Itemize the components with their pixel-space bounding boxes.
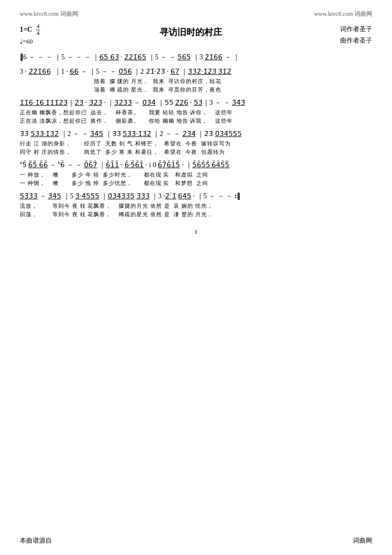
composer: 曲作者圣子 xyxy=(340,35,372,46)
bottom-right: 词曲网 xyxy=(353,536,372,545)
bottom-bar: 本曲谱源自 词曲网 xyxy=(20,536,372,545)
lyrics-3b: 正在淡 淡飘凉，想起你已 换作， 侧影袭。 你给 幽幽 地告 诉我， 这些年 xyxy=(20,117,372,125)
main-title: 寻访旧时的村庄 xyxy=(41,23,340,38)
lyrics-6b: 回荡， 等到今 夜 桂 花飘香， 稀疏的星光 依然 是 凄 楚的 月光， xyxy=(20,210,372,219)
key-time: 1=C 4 4 ♩=60 xyxy=(20,23,41,47)
lyrics-5b: 一 种惆， 噢 多少 憔 悴 多少忧愁， 都在现 实 和梦想 之间 xyxy=(20,179,372,187)
time-sig: 4 4 xyxy=(35,23,41,37)
lyrics-5a: 一 种放， 噢 多少 年 轻 多少时光， 都在现 实 和虚拟 之间 xyxy=(20,171,372,179)
stave-line-4: 3̄3̄ 5̄3̄3̄·1̄3̄2̄ ｜2 － － 3̄4̄5̄ ｜3̄3̄ 5… xyxy=(20,129,372,156)
page-number: 1 xyxy=(20,228,372,236)
lyrics-6a: 流放， 等到今 夜 桂 花飘香， 朦胧的月光 依然 是 哀 婉的 忧伤， xyxy=(20,202,372,210)
top-bar: www.ktvc8.com 词曲网 www.ktvc8.com 词曲网 xyxy=(20,10,372,18)
tempo-row: ♩=60 xyxy=(20,37,41,47)
lyrics-4b: 同守 村 庄的情形， 阅览了 多少 寒 来 和暑往， 希望在 今夜 但愿转为 xyxy=(20,148,372,156)
stave-line-1: ‖6 － － － ｜5 － － － ｜6̄5̄ 6̄3̄ · 2̄2̄1̄6̄5… xyxy=(20,52,372,62)
credits: 词作者圣子 曲作者圣子 xyxy=(340,23,372,46)
notes-1: ‖6 － － － ｜5 － － － ｜6̄5̄ 6̄3̄ · 2̄2̄1̄6̄5… xyxy=(20,52,372,62)
stave-line-3: 1̄1̄6̄·1̄6̄ 1̄1̄1̄2̄3̄｜2̄3̄ · 3̄2̄3̄ · ｜… xyxy=(20,97,372,125)
top-right-url: www.ktvc8.com 词曲网 xyxy=(314,10,372,18)
notes-5: #5̄ 6̄5̄ 6̄6̄ － b6̄ － － 0̄6̄7̄ ｜6̄1̄1̄ ·… xyxy=(20,160,372,170)
page: www.ktvc8.com 词曲网 www.ktvc8.com 词曲网 1=C … xyxy=(0,0,392,555)
stave-line-6: 5̄3̄3̄3̄ － 3̄4̄5̄ ｜5 3̄·4̄5̄5̄5̄ ｜0̄3̄4̄… xyxy=(20,191,372,218)
notes-4: 3̄3̄ 5̄3̄3̄·1̄3̄2̄ ｜2 － － 3̄4̄5̄ ｜3̄3̄ 5… xyxy=(20,129,372,139)
notes-2: 3 · 2̄2̄1̄6̄6̄ ｜1 · 6̄6̄ － ｜5 － － 0̄5̄6̄… xyxy=(20,66,372,77)
lyrics-2b: 顶着 稀 疏的 星光， 我来 寻觅你的芬芳，夜色 xyxy=(20,86,372,94)
top-left-url: www.ktvc8.com 词曲网 xyxy=(20,10,78,18)
lyricist: 词作者圣子 xyxy=(340,23,372,35)
key-row: 1=C 4 4 xyxy=(20,23,41,37)
stave-line-2: 3 · 2̄2̄1̄6̄6̄ ｜1 · 6̄6̄ － ｜5 － － 0̄5̄6̄… xyxy=(20,66,372,93)
lyrics-3a: 正在幽 幽飘香，想起你已 远去， 杯香茶。 我要 轻轻 地告 诉你， 这些年 xyxy=(20,108,372,117)
notes-6: 5̄3̄3̄3̄ － 3̄4̄5̄ ｜5 3̄·4̄5̄5̄5̄ ｜0̄3̄4̄… xyxy=(20,191,372,201)
lyrics-2a: 踏着 朦 胧的 月光， 我来 寻访你的村庄，桂花 xyxy=(20,77,372,86)
lyrics-4a: 行走 江 湖的身影， 经历了 无数 剑 气 和锋芒， 希望在 今夜 辗转叹写为 xyxy=(20,139,372,148)
tempo: ♩=60 xyxy=(20,37,33,47)
title-section: 1=C 4 4 ♩=60 寻访旧时的村庄 词作者圣子 曲作者圣子 xyxy=(20,23,372,47)
notes-3: 1̄1̄6̄·1̄6̄ 1̄1̄1̄2̄3̄｜2̄3̄ · 3̄2̄3̄ · ｜… xyxy=(20,97,372,108)
stave-line-5: #5̄ 6̄5̄ 6̄6̄ － b6̄ － － 0̄6̄7̄ ｜6̄1̄1̄ ·… xyxy=(20,160,372,187)
notation-area: ‖6 － － － ｜5 － － － ｜6̄5̄ 6̄3̄ · 2̄2̄1̄6̄5… xyxy=(20,52,372,218)
key-label: 1=C xyxy=(20,24,32,35)
bottom-left: 本曲谱源自 xyxy=(20,536,52,545)
